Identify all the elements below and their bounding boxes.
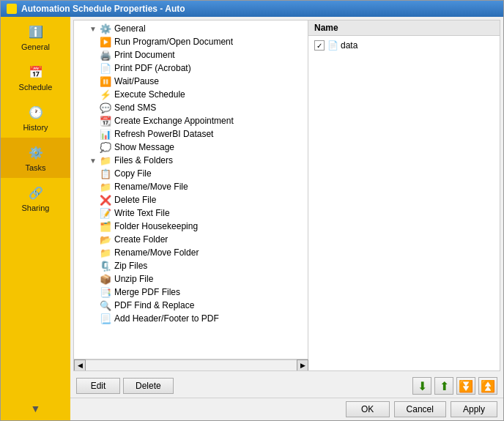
sidebar-item-schedule[interactable]: 📅 Schedule	[1, 57, 70, 97]
tasks-icon: ⚙️	[27, 144, 45, 161]
hscroll-right-btn[interactable]: ▶	[297, 359, 308, 371]
move-bottom-button[interactable]: ⏬	[456, 377, 475, 395]
rename-move-folder-icon: 📁	[99, 247, 112, 258]
create-exchange-label: Create Exchange Appointment	[114, 116, 234, 126]
tree-item-merge-pdf[interactable]: 📑 Merge PDF Files	[74, 286, 308, 299]
move-up-button[interactable]: ⬆	[434, 377, 453, 395]
edit-button[interactable]: Edit	[76, 378, 120, 394]
sidebar-label-schedule: Schedule	[19, 83, 53, 92]
zip-files-label: Zip Files	[114, 261, 147, 271]
unzip-file-label: Unzip File	[114, 274, 153, 284]
sidebar-label-general: General	[21, 42, 50, 51]
tree-item-rename-move-folder[interactable]: 📁 Rename/Move Folder	[74, 246, 308, 259]
print-pdf-icon: 📄	[99, 62, 112, 74]
sidebar-arrow-down[interactable]: ▼	[31, 403, 41, 414]
rename-move-folder-label: Rename/Move Folder	[114, 247, 199, 258]
tree-item-wait-pause[interactable]: ⏸️ Wait/Pause	[74, 75, 308, 88]
create-exchange-icon: 📆	[99, 115, 112, 127]
tree-item-copy-file[interactable]: 📋 Copy File	[74, 167, 308, 180]
tree-item-folder-housekeeping[interactable]: 🗂️ Folder Housekeeping	[74, 220, 308, 233]
add-header-footer-label: Add Header/Footer to PDF	[114, 313, 219, 324]
write-text-file-label: Write Text File	[114, 208, 170, 218]
task-panel: ▼ ⚙️ General ▶️ Run Program/Open Documen…	[73, 20, 500, 371]
tree-item-refresh-powerbi[interactable]: 📊 Refresh PowerBI Dataset	[74, 127, 308, 141]
name-panel: Name ✓ 📄 data	[308, 21, 500, 370]
show-message-label: Show Message	[114, 142, 174, 152]
hscroll-track[interactable]	[86, 359, 297, 370]
show-message-icon: 💭	[99, 141, 112, 153]
folder-housekeeping-label: Folder Housekeeping	[114, 221, 198, 231]
rename-move-file-label: Rename/Move File	[114, 182, 188, 192]
ok-cancel-apply-row: OK Cancel Apply	[70, 398, 503, 420]
tree-item-print-pdf[interactable]: 📄 Print PDF (Acrobat)	[74, 62, 308, 75]
sidebar-item-tasks[interactable]: ⚙️ Tasks	[1, 138, 70, 178]
sidebar-label-tasks: Tasks	[25, 163, 45, 172]
move-down-button[interactable]: ⬇	[412, 377, 431, 395]
create-folder-icon: 📂	[99, 234, 112, 245]
pdf-find-replace-icon: 🔍	[99, 299, 112, 311]
general-group-label: General	[114, 23, 146, 34]
window: Automation Schedule Properties - Auto ℹ️…	[0, 0, 504, 421]
sidebar-item-history[interactable]: 🕐 History	[1, 97, 70, 138]
title-bar-icon	[7, 4, 17, 14]
general-icon: ℹ️	[27, 23, 45, 40]
sidebar-label-sharing: Sharing	[22, 204, 50, 212]
refresh-powerbi-label: Refresh PowerBI Dataset	[114, 129, 213, 139]
tree-item-show-message[interactable]: 💭 Show Message	[74, 141, 308, 154]
ok-button[interactable]: OK	[346, 401, 390, 417]
tree-item-add-header-footer[interactable]: 📃 Add Header/Footer to PDF	[74, 312, 308, 325]
wait-pause-label: Wait/Pause	[114, 76, 159, 86]
write-text-file-icon: 📝	[99, 207, 112, 219]
send-sms-label: Send SMS	[114, 103, 156, 113]
pdf-find-replace-label: PDF Find & Replace	[114, 300, 194, 310]
expander-general[interactable]: ▼	[87, 25, 99, 33]
merge-pdf-label: Merge PDF Files	[114, 287, 180, 297]
move-top-button[interactable]: ⏫	[478, 377, 497, 395]
sidebar-item-sharing[interactable]: 🔗 Sharing	[1, 178, 70, 218]
tree-item-rename-move-file[interactable]: 📁 Rename/Move File	[74, 180, 308, 193]
tree-item-send-sms[interactable]: 💬 Send SMS	[74, 101, 308, 114]
schedule-icon: 📅	[27, 63, 45, 81]
tree-scroll-area: ▼ ⚙️ General ▶️ Run Program/Open Documen…	[74, 21, 308, 327]
tree-group-files-folders[interactable]: ▼ 📁 Files & Folders	[74, 154, 308, 167]
tree-group-general[interactable]: ▼ ⚙️ General	[74, 22, 308, 35]
tree-item-write-text-file[interactable]: 📝 Write Text File	[74, 206, 308, 220]
delete-file-label: Delete File	[114, 195, 156, 205]
unzip-file-icon: 📦	[99, 273, 112, 285]
tree-item-create-exchange[interactable]: 📆 Create Exchange Appointment	[74, 114, 308, 127]
name-row-data[interactable]: ✓ 📄 data	[311, 39, 497, 52]
sidebar: ℹ️ General 📅 Schedule 🕐 History ⚙️ Tasks…	[1, 17, 70, 420]
tree-item-create-folder[interactable]: 📂 Create Folder	[74, 233, 308, 246]
cancel-button[interactable]: Cancel	[394, 401, 446, 417]
tree-item-run-program[interactable]: ▶️ Run Program/Open Document	[74, 35, 308, 48]
apply-button[interactable]: Apply	[451, 401, 497, 417]
delete-button[interactable]: Delete	[123, 378, 174, 394]
run-program-icon: ▶️	[99, 36, 112, 48]
sidebar-item-general[interactable]: ℹ️ General	[1, 17, 70, 57]
data-label: data	[341, 40, 357, 51]
expander-files-folders[interactable]: ▼	[87, 157, 99, 165]
print-document-label: Print Document	[114, 50, 175, 60]
execute-schedule-icon: ⚡	[99, 89, 112, 100]
data-checkbox[interactable]: ✓	[314, 40, 325, 51]
tree-item-execute-schedule[interactable]: ⚡ Execute Schedule	[74, 88, 308, 101]
window-title: Automation Schedule Properties - Auto	[21, 4, 185, 14]
title-bar: Automation Schedule Properties - Auto	[1, 1, 503, 17]
tree-panel: ▼ ⚙️ General ▶️ Run Program/Open Documen…	[74, 21, 308, 359]
create-folder-label: Create Folder	[114, 234, 168, 245]
hscroll-left-btn[interactable]: ◀	[74, 359, 86, 371]
send-sms-icon: 💬	[99, 102, 112, 113]
run-program-label: Run Program/Open Document	[114, 37, 233, 47]
tree-horizontal-scrollbar: ◀ ▶	[74, 359, 308, 370]
data-file-icon: 📄	[327, 40, 338, 51]
history-icon: 🕐	[27, 103, 45, 121]
tree-item-delete-file[interactable]: ❌ Delete File	[74, 193, 308, 206]
name-content: ✓ 📄 data	[308, 36, 500, 370]
folder-housekeeping-icon: 🗂️	[99, 220, 112, 232]
tree-item-pdf-find-replace[interactable]: 🔍 PDF Find & Replace	[74, 299, 308, 312]
tree-item-unzip-file[interactable]: 📦 Unzip File	[74, 272, 308, 286]
tree-item-zip-files[interactable]: 🗜️ Zip Files	[74, 259, 308, 272]
sidebar-label-history: History	[23, 123, 48, 132]
wait-pause-icon: ⏸️	[99, 75, 112, 87]
tree-item-print-document[interactable]: 🖨️ Print Document	[74, 48, 308, 62]
